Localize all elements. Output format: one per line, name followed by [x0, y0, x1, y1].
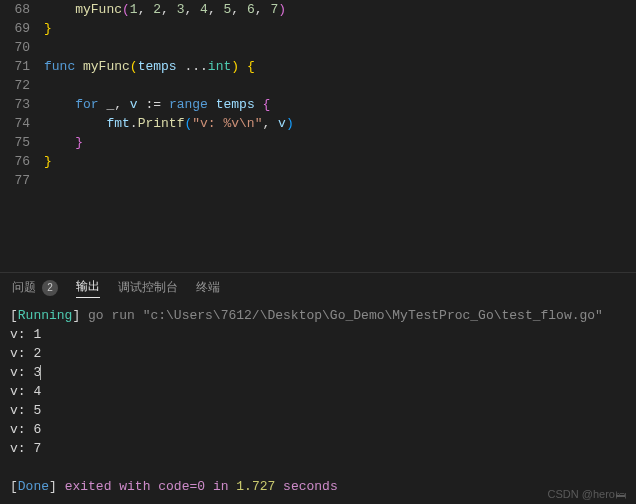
line-number-gutter: 68697071727374757677 — [0, 0, 44, 272]
terminal-line: [Done] exited with code=0 in 1.727 secon… — [10, 477, 626, 496]
panel-tab-输出[interactable]: 输出 — [76, 278, 100, 298]
code-line[interactable]: myFunc(1, 2, 3, 4, 5, 6, 7) — [44, 0, 636, 19]
line-number: 76 — [0, 152, 30, 171]
code-line[interactable]: } — [44, 19, 636, 38]
done-label: Done — [18, 479, 49, 494]
line-number: 73 — [0, 95, 30, 114]
code-line[interactable]: fmt.Printf("v: %v\n", v) — [44, 114, 636, 133]
line-number: 70 — [0, 38, 30, 57]
exit-code: code=0 — [158, 479, 205, 494]
output-panel[interactable]: [Running] go run "c:\Users\7612/\Desktop… — [0, 302, 636, 502]
tab-label: 问题 — [12, 279, 36, 296]
output-line: v: 6 — [10, 420, 626, 439]
output-line: v: 4 — [10, 382, 626, 401]
code-line[interactable]: } — [44, 152, 636, 171]
line-number: 74 — [0, 114, 30, 133]
panel-tab-终端[interactable]: 终端 — [196, 279, 220, 296]
output-line: v: 7 — [10, 439, 626, 458]
line-number: 69 — [0, 19, 30, 38]
running-label: Running — [18, 308, 73, 323]
code-line[interactable] — [44, 38, 636, 57]
output-line: v: 5 — [10, 401, 626, 420]
line-number: 75 — [0, 133, 30, 152]
code-line[interactable] — [44, 171, 636, 190]
tab-label: 终端 — [196, 279, 220, 296]
terminal-cursor — [40, 365, 41, 380]
output-line: v: 1 — [10, 325, 626, 344]
code-editor[interactable]: 68697071727374757677 myFunc(1, 2, 3, 4, … — [0, 0, 636, 272]
code-line[interactable]: for _, v := range temps { — [44, 95, 636, 114]
line-number: 71 — [0, 57, 30, 76]
tab-label: 调试控制台 — [118, 279, 178, 296]
tab-label: 输出 — [76, 278, 100, 295]
panel-tab-问题[interactable]: 问题2 — [12, 279, 58, 296]
panel-tabs: 问题2输出调试控制台终端 — [0, 272, 636, 302]
command-text: go run "c:\Users\7612/\Desktop\Go_Demo\M… — [88, 308, 603, 323]
line-number: 72 — [0, 76, 30, 95]
output-line: v: 3 — [10, 363, 626, 382]
line-number: 68 — [0, 0, 30, 19]
line-number: 77 — [0, 171, 30, 190]
code-line[interactable]: func myFunc(temps ...int) { — [44, 57, 636, 76]
code-line[interactable]: } — [44, 133, 636, 152]
code-content[interactable]: myFunc(1, 2, 3, 4, 5, 6, 7)}func myFunc(… — [44, 0, 636, 272]
badge: 2 — [42, 280, 58, 296]
terminal-line: [Running] go run "c:\Users\7612/\Desktop… — [10, 306, 626, 325]
elapsed-time: 1.727 — [236, 479, 275, 494]
output-line: v: 2 — [10, 344, 626, 363]
watermark: CSDN @hero🛏 — [548, 488, 626, 500]
panel-tab-调试控制台[interactable]: 调试控制台 — [118, 279, 178, 296]
code-line[interactable] — [44, 76, 636, 95]
